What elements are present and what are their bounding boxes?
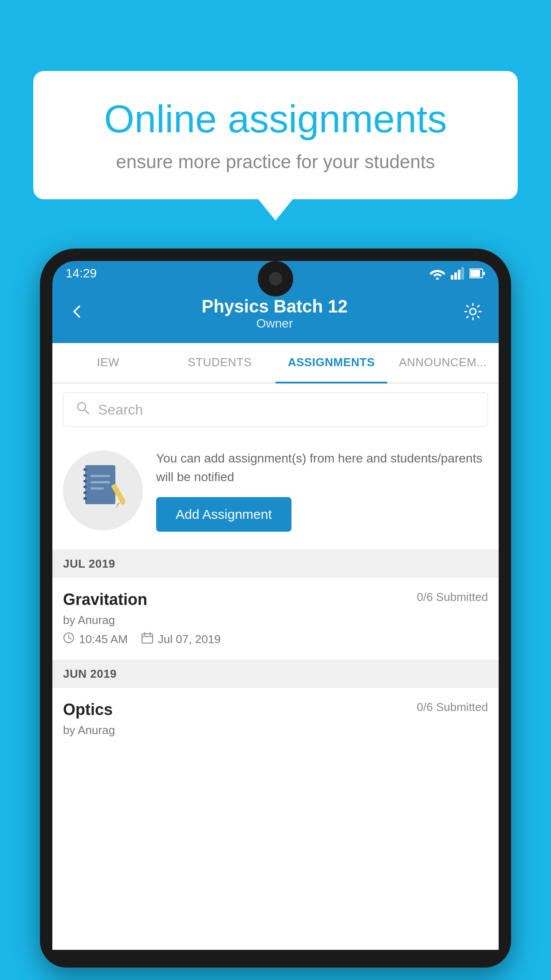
svg-rect-18 bbox=[83, 486, 87, 488]
svg-rect-16 bbox=[83, 474, 87, 477]
svg-rect-7 bbox=[483, 272, 485, 275]
svg-rect-15 bbox=[83, 468, 87, 471]
header-title: Physics Batch 12 bbox=[201, 296, 347, 316]
notebook-icon bbox=[81, 462, 125, 520]
search-icon bbox=[76, 401, 90, 419]
phone-camera bbox=[269, 272, 282, 285]
clock-icon bbox=[63, 632, 75, 647]
search-bar[interactable]: Search bbox=[63, 392, 488, 427]
back-button[interactable] bbox=[68, 303, 86, 325]
svg-rect-2 bbox=[454, 273, 457, 280]
assignment-item-top-optics: Optics 0/6 Submitted bbox=[63, 700, 488, 719]
assignment-info: You can add assignment(s) from here and … bbox=[156, 449, 488, 532]
search-container: Search bbox=[52, 383, 499, 436]
assignment-date-gravitation: Jul 07, 2019 bbox=[158, 632, 221, 646]
assignment-item-top: Gravitation 0/6 Submitted bbox=[63, 590, 488, 609]
assignment-by-gravitation: by Anurag bbox=[63, 613, 488, 627]
battery-icon bbox=[469, 268, 485, 279]
add-assignment-section: You can add assignment(s) from here and … bbox=[52, 436, 499, 550]
submitted-badge-gravitation: 0/6 Submitted bbox=[417, 590, 488, 604]
assignment-time-gravitation: 10:45 AM bbox=[79, 632, 128, 646]
assignment-item-gravitation[interactable]: Gravitation 0/6 Submitted by Anurag bbox=[52, 578, 499, 660]
wifi-icon bbox=[429, 267, 445, 280]
tabs-bar: IEW STUDENTS ASSIGNMENTS ANNOUNCEM... bbox=[52, 343, 499, 383]
section-header-jun: JUN 2019 bbox=[52, 660, 499, 688]
speech-bubble: Online assignments ensure more practice … bbox=[33, 71, 518, 199]
svg-point-8 bbox=[470, 308, 476, 315]
signal-icon bbox=[451, 267, 464, 280]
status-icons bbox=[429, 267, 485, 280]
svg-rect-12 bbox=[91, 475, 110, 477]
svg-rect-6 bbox=[470, 270, 480, 277]
svg-rect-3 bbox=[458, 270, 460, 280]
assignment-meta-gravitation: 10:45 AM Jul 07, 2019 bbox=[63, 632, 488, 647]
header-subtitle: Owner bbox=[201, 316, 347, 331]
svg-rect-1 bbox=[451, 275, 453, 280]
section-header-jul: JUL 2019 bbox=[52, 550, 499, 578]
svg-rect-20 bbox=[83, 497, 87, 500]
assignment-name-gravitation: Gravitation bbox=[63, 590, 147, 609]
status-time: 14:29 bbox=[66, 266, 97, 281]
phone-notch bbox=[258, 261, 293, 296]
svg-rect-26 bbox=[142, 634, 153, 643]
speech-bubble-container: Online assignments ensure more practice … bbox=[33, 71, 518, 199]
phone-wrapper: 14:29 bbox=[40, 249, 511, 980]
svg-marker-22 bbox=[115, 502, 120, 510]
svg-line-10 bbox=[85, 410, 89, 414]
add-assignment-button[interactable]: Add Assignment bbox=[156, 497, 291, 532]
settings-button[interactable] bbox=[463, 302, 483, 326]
meta-time-gravitation: 10:45 AM bbox=[63, 632, 128, 647]
assignment-icon-circle bbox=[63, 450, 143, 530]
tab-overview[interactable]: IEW bbox=[52, 343, 164, 383]
svg-rect-11 bbox=[85, 465, 115, 504]
phone-outer: 14:29 bbox=[40, 249, 511, 968]
assignment-name-optics: Optics bbox=[63, 700, 113, 719]
submitted-badge-optics: 0/6 Submitted bbox=[417, 700, 488, 714]
header-center: Physics Batch 12 Owner bbox=[201, 296, 347, 331]
svg-rect-17 bbox=[83, 480, 87, 482]
svg-line-25 bbox=[69, 638, 71, 639]
svg-rect-14 bbox=[91, 487, 104, 490]
tab-announcements[interactable]: ANNOUNCEM... bbox=[387, 343, 499, 383]
svg-point-0 bbox=[436, 277, 439, 280]
svg-rect-13 bbox=[91, 481, 110, 483]
tab-students[interactable]: STUDENTS bbox=[164, 343, 276, 383]
assignment-item-optics[interactable]: Optics 0/6 Submitted by Anurag bbox=[52, 688, 499, 754]
search-placeholder: Search bbox=[98, 402, 143, 418]
svg-rect-4 bbox=[461, 267, 464, 280]
assignment-by-optics: by Anurag bbox=[63, 723, 488, 737]
calendar-icon bbox=[141, 632, 153, 647]
tab-assignments[interactable]: ASSIGNMENTS bbox=[276, 343, 387, 383]
bubble-subtitle: ensure more practice for your students bbox=[64, 151, 487, 173]
phone-screen: Physics Batch 12 Owner IEW STUDENTS ASSI… bbox=[52, 284, 499, 950]
meta-date-gravitation: Jul 07, 2019 bbox=[141, 632, 221, 647]
bubble-title: Online assignments bbox=[64, 98, 487, 141]
svg-rect-19 bbox=[83, 491, 87, 494]
assignment-description: You can add assignment(s) from here and … bbox=[156, 449, 488, 486]
